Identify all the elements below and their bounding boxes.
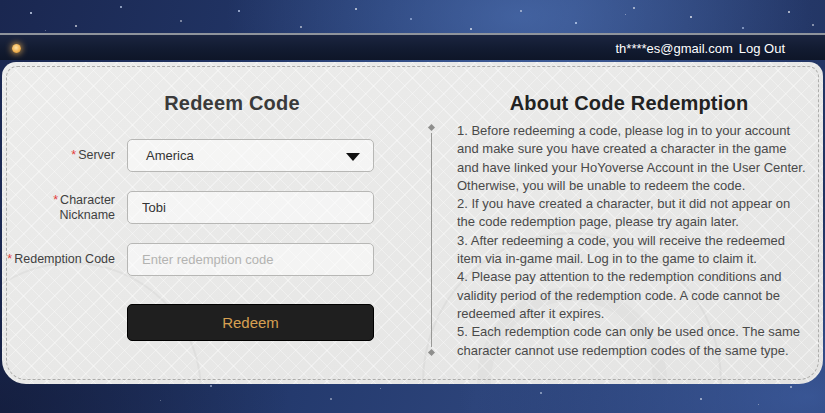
nickname-input[interactable] xyxy=(127,191,374,224)
logout-link[interactable]: Log Out xyxy=(739,41,785,56)
server-select-value: America xyxy=(146,148,194,163)
required-marker: * xyxy=(71,148,76,162)
stars-decor xyxy=(0,0,2,2)
redeem-form: Redeem Code *Server America *Character N… xyxy=(2,62,462,384)
glow-orb-icon xyxy=(12,44,21,53)
account-email: th****es@gmail.com xyxy=(615,41,732,56)
about-item: 4. Please pay attention to the redemptio… xyxy=(457,268,811,323)
about-item: 1. Before redeeming a code, please log i… xyxy=(457,122,811,195)
redeem-form-title: Redeem Code xyxy=(2,92,462,115)
required-marker: * xyxy=(53,193,58,207)
code-row: *Redemption Code xyxy=(2,243,462,276)
chevron-down-icon xyxy=(346,153,360,161)
about-section: About Code Redemption 1. Before redeemin… xyxy=(434,62,823,384)
account-topbar: th****es@gmail.com Log Out xyxy=(0,33,825,60)
redemption-code-input[interactable] xyxy=(127,243,374,276)
required-marker: * xyxy=(7,252,12,266)
redemption-panel: Redeem Code *Server America *Character N… xyxy=(2,62,823,384)
scroll-track[interactable] xyxy=(431,133,432,347)
nickname-label: *Character Nickname xyxy=(2,193,115,223)
server-row: *Server America xyxy=(2,139,462,172)
about-title: About Code Redemption xyxy=(434,92,823,115)
nickname-row: *Character Nickname xyxy=(2,191,462,224)
about-text: 1. Before redeeming a code, please log i… xyxy=(457,122,811,372)
account-info: th****es@gmail.com Log Out xyxy=(615,35,785,62)
server-select[interactable]: America xyxy=(127,139,374,172)
about-item: 3. After redeeming a code, you will rece… xyxy=(457,232,811,269)
code-label: *Redemption Code xyxy=(2,252,115,267)
about-item: 5. Each redemption code can only be used… xyxy=(457,323,811,360)
redeem-button[interactable]: Redeem xyxy=(127,304,374,341)
about-item: 2. If you have created a character, but … xyxy=(457,195,811,232)
server-label: *Server xyxy=(2,148,115,163)
